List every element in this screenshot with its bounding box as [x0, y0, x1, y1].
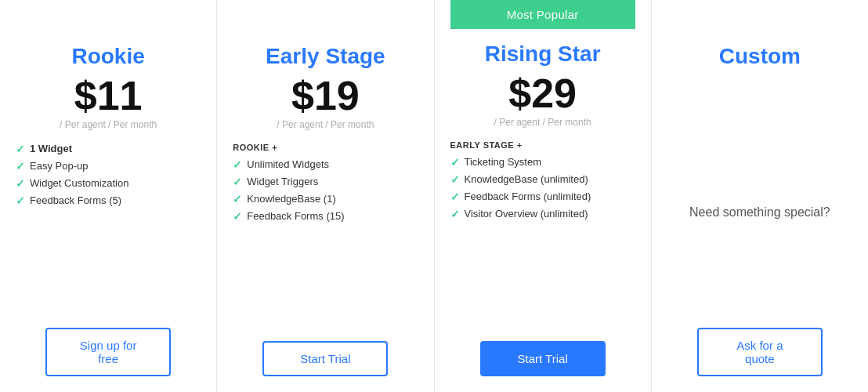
- early-stage-button[interactable]: Start Trial: [262, 341, 388, 376]
- feature-text: Unlimited Widgets: [247, 158, 329, 170]
- feature-text: Visitor Overview (unlimited): [465, 208, 588, 220]
- plan-price-rising-star: $29: [508, 73, 577, 114]
- most-popular-banner: Most Popular: [450, 0, 635, 29]
- check-icon: ✓: [16, 143, 25, 155]
- feature-text: KnowledgeBase (1): [247, 193, 335, 205]
- plan-features-rookie: ✓1 Widget✓Easy Pop-up✓Widget Customizati…: [16, 143, 201, 318]
- check-icon: ✓: [450, 191, 460, 203]
- plan-card-early-stage: Early Stage$19/ Per agent / Per monthROO…: [217, 0, 434, 392]
- feature-header-early-stage: ROOKIE +: [233, 143, 418, 152]
- custom-button[interactable]: Ask for a quote: [697, 328, 823, 376]
- rookie-button[interactable]: Sign up for free: [45, 328, 171, 376]
- check-icon: ✓: [450, 156, 460, 169]
- feature-item: ✓Widget Customization: [16, 177, 201, 190]
- check-icon: ✓: [16, 177, 25, 190]
- rising-star-button[interactable]: Start Trial: [480, 341, 606, 376]
- plan-features-rising-star: EARLY STAGE +✓Ticketing System✓Knowledge…: [450, 140, 635, 332]
- feature-item: ✓KnowledgeBase (1): [233, 193, 418, 205]
- feature-text: Widget Triggers: [247, 176, 318, 187]
- feature-item: ✓Feedback Forms (5): [16, 194, 201, 207]
- no-banner-spacer-rookie: [16, 0, 201, 31]
- btn-wrapper-custom: Ask for a quote: [667, 328, 852, 376]
- plan-name-early-stage: Early Stage: [266, 44, 385, 69]
- no-banner-spacer-custom: [667, 0, 852, 31]
- plan-card-custom: CustomNeed something special?Ask for a q…: [652, 0, 868, 392]
- check-icon: ✓: [233, 158, 242, 171]
- plan-name-custom: Custom: [719, 44, 801, 69]
- feature-text: Feedback Forms (15): [247, 210, 344, 222]
- check-icon: ✓: [233, 193, 242, 205]
- plan-card-rookie: Rookie$11/ Per agent / Per month✓1 Widge…: [0, 0, 217, 392]
- plan-name-rookie: Rookie: [71, 44, 144, 69]
- feature-text: KnowledgeBase (unlimited): [465, 173, 588, 185]
- feature-text: Easy Pop-up: [30, 160, 88, 172]
- feature-text: Feedback Forms (unlimited): [465, 191, 591, 202]
- plan-price-sub-rookie: / Per agent / Per month: [60, 119, 157, 130]
- check-icon: ✓: [233, 176, 242, 188]
- feature-item: ✓Easy Pop-up: [16, 160, 201, 172]
- btn-wrapper-rising-star: Start Trial: [450, 341, 635, 376]
- feature-text: Widget Customization: [30, 177, 128, 189]
- plan-price-rookie: $11: [74, 75, 143, 116]
- check-icon: ✓: [450, 173, 460, 186]
- feature-item: ✓Ticketing System: [450, 156, 635, 169]
- feature-item: ✓1 Widget: [16, 143, 201, 155]
- feature-item: ✓Unlimited Widgets: [233, 158, 418, 171]
- feature-item: ✓Widget Triggers: [233, 176, 418, 188]
- plan-price-sub-rising-star: / Per agent / Per month: [494, 117, 591, 128]
- plan-price-early-stage: $19: [291, 75, 360, 116]
- feature-item: ✓Feedback Forms (15): [233, 210, 418, 223]
- pricing-container: Rookie$11/ Per agent / Per month✓1 Widge…: [0, 0, 868, 392]
- feature-text: Feedback Forms (5): [30, 194, 121, 206]
- check-icon: ✓: [233, 210, 242, 223]
- no-banner-spacer-early-stage: [233, 0, 418, 31]
- btn-wrapper-early-stage: Start Trial: [233, 341, 418, 376]
- check-icon: ✓: [16, 194, 25, 207]
- check-icon: ✓: [16, 160, 25, 172]
- feature-text: 1 Widget: [30, 143, 72, 154]
- feature-header-rising-star: EARLY STAGE +: [450, 140, 635, 150]
- feature-item: ✓Feedback Forms (unlimited): [450, 191, 635, 203]
- plan-features-early-stage: ROOKIE +✓Unlimited Widgets✓Widget Trigge…: [233, 143, 418, 332]
- check-icon: ✓: [450, 208, 460, 220]
- feature-item: ✓Visitor Overview (unlimited): [450, 208, 635, 220]
- btn-wrapper-rookie: Sign up for free: [16, 328, 201, 376]
- feature-text: Ticketing System: [465, 156, 542, 168]
- custom-description: Need something special?: [689, 107, 830, 318]
- plan-name-rising-star: Rising Star: [485, 42, 601, 67]
- plan-card-rising-star: Most PopularRising Star$29/ Per agent / …: [435, 0, 652, 392]
- plan-price-sub-early-stage: / Per agent / Per month: [277, 119, 374, 130]
- feature-item: ✓KnowledgeBase (unlimited): [450, 173, 635, 186]
